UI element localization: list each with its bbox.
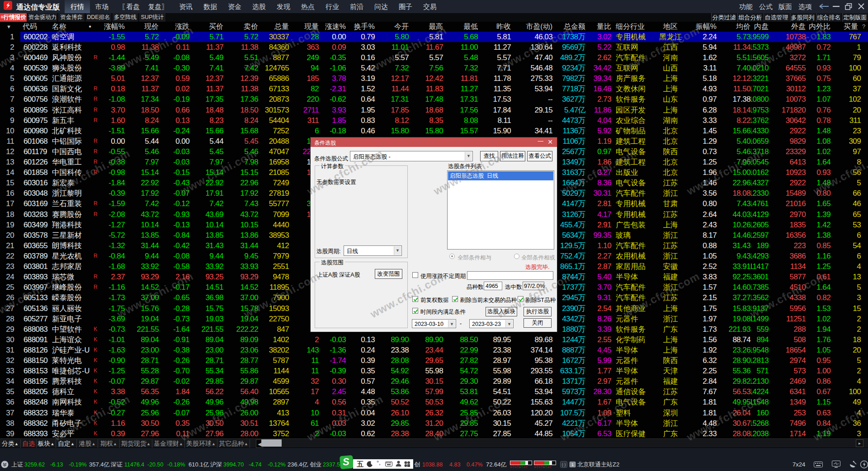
svg-text:(·): (·) <box>562 462 566 467</box>
svg-text:1: 1 <box>571 462 574 467</box>
